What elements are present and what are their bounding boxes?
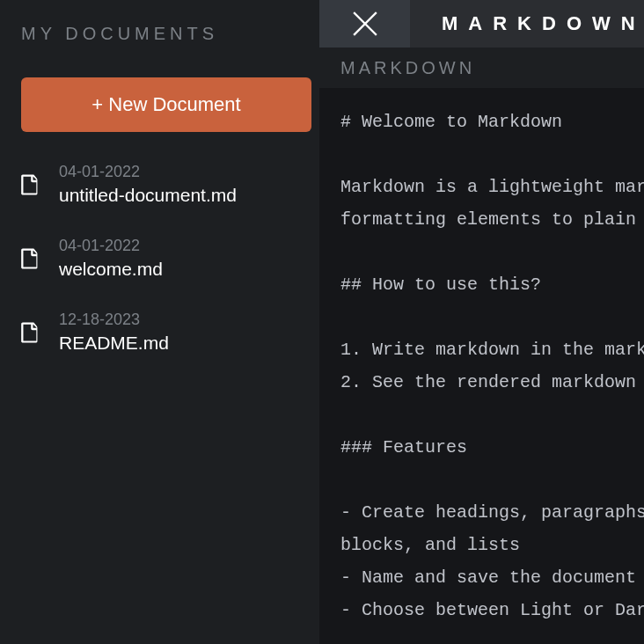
- new-document-button[interactable]: + New Document: [21, 77, 311, 132]
- document-date: 04-01-2022: [59, 237, 163, 255]
- document-item[interactable]: 04-01-2022 welcome.md: [21, 237, 298, 280]
- editor-area[interactable]: # Welcome to Markdown Markdown is a ligh…: [319, 88, 644, 644]
- sidebar-title: MY DOCUMENTS: [21, 24, 298, 44]
- document-item[interactable]: 12-18-2023 README.md: [21, 311, 298, 354]
- topbar: MARKDOWN: [319, 0, 644, 48]
- document-date: 04-01-2022: [59, 163, 237, 181]
- close-sidebar-button[interactable]: [319, 0, 410, 48]
- app-brand: MARKDOWN: [410, 0, 644, 48]
- main-area: MARKDOWN MARKDOWN # Welcome to Markdown …: [319, 0, 644, 644]
- file-icon: [21, 248, 38, 269]
- document-date: 12-18-2023: [59, 311, 169, 329]
- sidebar: MY DOCUMENTS + New Document 04-01-2022 u…: [0, 0, 319, 644]
- file-icon: [21, 322, 38, 343]
- editor-content[interactable]: # Welcome to Markdown Markdown is a ligh…: [340, 106, 644, 626]
- document-list: 04-01-2022 untitled-document.md 04-01-20…: [21, 163, 298, 354]
- close-icon: [349, 8, 381, 40]
- document-name: README.md: [59, 333, 169, 354]
- document-item[interactable]: 04-01-2022 untitled-document.md: [21, 163, 298, 206]
- pane-header: MARKDOWN: [319, 48, 644, 88]
- document-name: welcome.md: [59, 259, 163, 280]
- file-icon: [21, 174, 38, 195]
- document-name: untitled-document.md: [59, 185, 237, 206]
